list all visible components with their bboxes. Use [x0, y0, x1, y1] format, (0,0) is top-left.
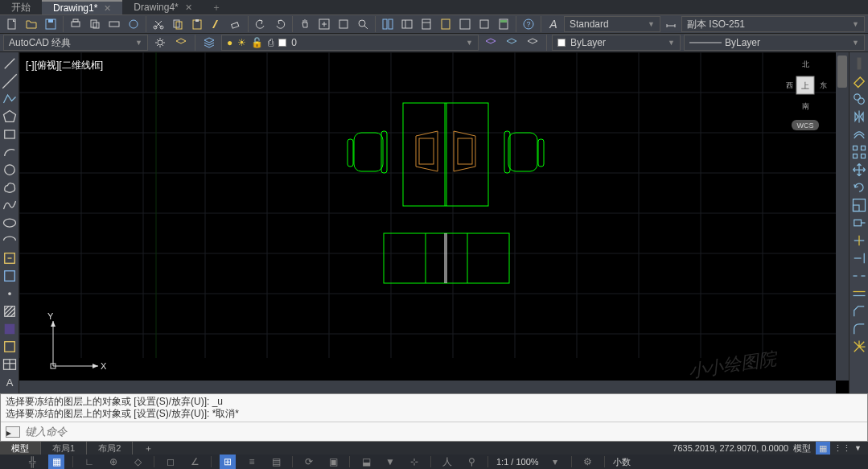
chamfer-icon[interactable]: [851, 303, 867, 319]
layout-tab-2[interactable]: 布局2: [87, 442, 133, 455]
markup-icon[interactable]: [475, 15, 493, 33]
dimstyle-icon[interactable]: [662, 15, 680, 33]
table-icon[interactable]: [2, 356, 18, 372]
arc-icon[interactable]: [2, 144, 18, 160]
dyn-ucs-icon[interactable]: ⬓: [358, 455, 374, 469]
explode-icon[interactable]: [851, 339, 867, 355]
properties-icon[interactable]: [379, 15, 397, 33]
zoom-readout[interactable]: 1:1 / 100%: [496, 457, 539, 467]
gear-icon[interactable]: [151, 34, 169, 51]
redo-icon[interactable]: [271, 15, 289, 33]
text-icon[interactable]: A: [2, 374, 18, 390]
dim-style-combo[interactable]: 副本 ISO-251▼: [681, 16, 865, 32]
match-icon[interactable]: [208, 15, 225, 33]
grid2-icon[interactable]: ▦: [48, 455, 64, 469]
zoom-realtime-icon[interactable]: [354, 15, 372, 33]
drawing-canvas[interactable]: [-][俯视][二维线框] X Y 北 南 西 东 上 WCS 小小绘图院: [19, 52, 849, 393]
dyn-input-icon[interactable]: ⊞: [220, 455, 236, 469]
horizontal-scrollbar[interactable]: [19, 381, 836, 393]
layer-previous-icon[interactable]: [482, 34, 500, 51]
circle-icon[interactable]: [2, 162, 18, 178]
toolpalettes-icon[interactable]: [418, 15, 435, 33]
move-icon[interactable]: [851, 162, 867, 178]
erase-icon[interactable]: [227, 15, 245, 33]
break-icon[interactable]: [851, 268, 867, 284]
zoom-extents-icon[interactable]: [315, 15, 333, 33]
insert-icon[interactable]: [2, 250, 18, 266]
polar-icon[interactable]: ⊕: [105, 455, 121, 469]
layer-combo[interactable]: ● ☀ 🔓 ⎙ 0 ▼: [221, 35, 479, 51]
fillet-icon[interactable]: [851, 321, 867, 337]
new-icon[interactable]: [3, 15, 21, 33]
calc-icon[interactable]: [495, 15, 512, 33]
point-icon[interactable]: [2, 286, 18, 302]
layout-tab-add[interactable]: ＋: [133, 442, 164, 455]
textstyle-icon[interactable]: A: [545, 15, 562, 33]
paste-icon[interactable]: [188, 15, 206, 33]
layer-states-icon[interactable]: [503, 34, 520, 51]
join-icon[interactable]: [851, 286, 867, 302]
ortho-icon[interactable]: ∟: [81, 455, 97, 469]
command-input[interactable]: [25, 426, 862, 438]
model-toggle[interactable]: 模型: [793, 442, 811, 455]
layout-tab-1[interactable]: 布局1: [41, 442, 87, 455]
3dosnap-icon[interactable]: ▣: [325, 455, 341, 469]
undo-icon[interactable]: [252, 15, 269, 33]
settings2-icon[interactable]: ⚙: [580, 455, 596, 469]
block-icon[interactable]: [2, 268, 18, 284]
iso-icon[interactable]: ◇: [130, 455, 146, 469]
viewport-label[interactable]: [-][俯视][二维线框]: [26, 59, 103, 72]
tab-drawing4[interactable]: Drawing4*✕: [122, 0, 203, 14]
spline-icon[interactable]: [2, 197, 18, 213]
annotation-icon[interactable]: 人: [439, 455, 455, 469]
gizmo-icon[interactable]: ⊹: [406, 455, 422, 469]
polyline-icon[interactable]: [2, 91, 18, 107]
add-tab-button[interactable]: ＋: [204, 0, 229, 14]
rectangle-icon[interactable]: [2, 126, 18, 142]
copy-icon[interactable]: [169, 15, 187, 33]
ellipse-arc-icon[interactable]: [2, 232, 18, 249]
polygon-icon[interactable]: [2, 109, 18, 125]
trim-icon[interactable]: [851, 232, 867, 249]
designcenter-icon[interactable]: [398, 15, 416, 33]
text-style-combo[interactable]: Standard▼: [564, 16, 660, 32]
osnap-icon[interactable]: ◻: [162, 455, 179, 469]
selection-filter-icon[interactable]: ▼: [382, 455, 398, 469]
save-icon[interactable]: [42, 15, 60, 33]
gradient-icon[interactable]: [2, 321, 18, 337]
layer-iso-icon[interactable]: [524, 34, 541, 51]
snap-icon[interactable]: ╬: [24, 455, 40, 469]
sheet-icon[interactable]: [437, 15, 455, 33]
tab-start[interactable]: 开始: [0, 0, 42, 14]
grid-toggle-icon[interactable]: ▦: [816, 442, 830, 455]
hatch-icon[interactable]: [2, 303, 18, 319]
cycling-icon[interactable]: ⟳: [301, 455, 317, 469]
zoom-window-icon[interactable]: [335, 15, 352, 33]
palette-handle-icon[interactable]: [851, 56, 867, 72]
tab-drawing1[interactable]: Drawing1*✕: [42, 0, 122, 14]
menu-icon[interactable]: ⋮⋮: [835, 442, 849, 455]
units-readout[interactable]: 小数: [613, 456, 631, 468]
extend-icon[interactable]: [851, 250, 867, 266]
workspace-combo[interactable]: AutoCAD 经典▼: [3, 35, 148, 51]
region-icon[interactable]: [2, 339, 18, 355]
cut-icon[interactable]: [150, 15, 167, 33]
color-combo[interactable]: ByLayer ▼: [552, 35, 681, 51]
zoom-dropdown-icon[interactable]: ▾: [547, 455, 563, 469]
array-icon[interactable]: [851, 144, 867, 160]
copy2-icon[interactable]: [851, 91, 867, 107]
stretch-icon[interactable]: [851, 215, 867, 231]
chevron-down-icon[interactable]: ▼: [854, 444, 862, 452]
scale-icon[interactable]: [851, 197, 867, 213]
palette-icon[interactable]: [456, 15, 474, 33]
open-icon[interactable]: [23, 15, 40, 33]
close-icon[interactable]: ✕: [185, 2, 192, 13]
layers-icon[interactable]: [200, 34, 218, 51]
vertical-scrollbar[interactable]: [836, 52, 849, 381]
anno-scale-icon[interactable]: ⚲: [463, 455, 479, 469]
lineweight-icon[interactable]: ≡: [244, 455, 260, 469]
close-icon[interactable]: ✕: [104, 3, 111, 14]
layout-tab-model[interactable]: 模型: [0, 442, 41, 455]
ellipse-icon[interactable]: [2, 215, 18, 231]
print2-icon[interactable]: [105, 15, 123, 33]
